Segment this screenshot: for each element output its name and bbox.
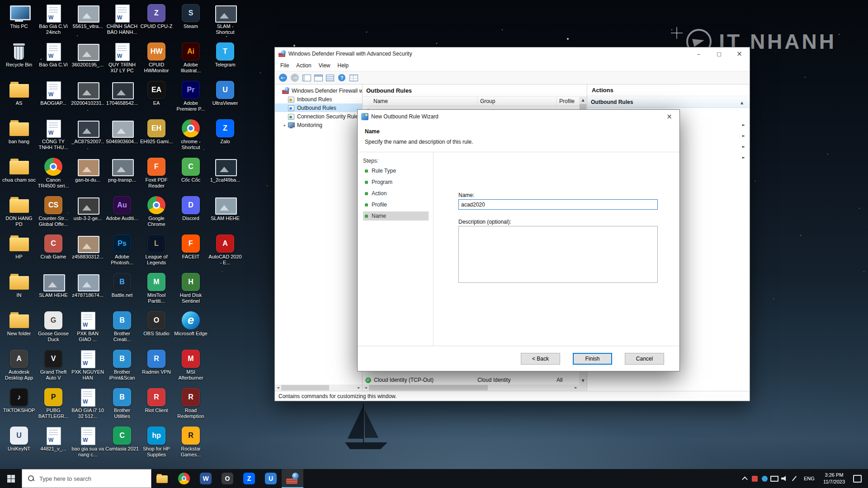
desktop-icon[interactable]: EA EA (139, 80, 174, 118)
desktop-icon[interactable]: SLAM - Shortcut (208, 3, 242, 41)
scroll-down-icon[interactable] (579, 377, 587, 385)
desktop-icon[interactable]: Z Zalo (208, 118, 242, 156)
taskbar-search[interactable]: Type here to search (22, 469, 151, 488)
scroll-thumb[interactable] (281, 385, 329, 390)
file-explorer-icon[interactable] (151, 469, 173, 488)
tree-item[interactable]: Windows Defender Firewall with (275, 86, 362, 95)
desktop-icon[interactable]: hp Shop for HP Supplies (139, 425, 174, 464)
back-icon[interactable] (278, 72, 288, 83)
desktop-icon[interactable]: chua cham soc (2, 156, 36, 195)
tree-item[interactable]: Outbound Rules (275, 103, 362, 112)
desktop-icon[interactable]: U UltraViewer (208, 80, 242, 118)
desktop-icon[interactable]: O OBS Studio (139, 310, 174, 348)
desktop-icon[interactable]: M MSI Afterburner (174, 348, 208, 387)
zalo-icon[interactable]: Z (238, 469, 260, 488)
wizard-step[interactable]: Rule Type (363, 166, 429, 175)
desktop-icon[interactable]: ♪ TIKTOKSHOP (2, 387, 36, 425)
desktop-icon[interactable]: chrome - Shortcut (174, 118, 208, 156)
desktop-icon[interactable]: EH EH925 Gami... (139, 118, 174, 156)
menu-item[interactable]: View (315, 61, 334, 70)
scroll-left-icon[interactable] (363, 385, 369, 391)
desktop-icon[interactable]: B Brother Utilities (105, 387, 139, 425)
collapse-icon[interactable] (738, 99, 746, 105)
desktop-icon[interactable]: ban hang (2, 118, 36, 156)
tree-item[interactable]: Inbound Rules (275, 95, 362, 103)
menu-item[interactable]: File (277, 61, 292, 70)
desktop-icon[interactable]: V Grand Theft Auto V (36, 348, 71, 387)
desktop-icon[interactable]: C Camtasia 2021 (105, 425, 139, 464)
desktop-icon[interactable]: Ai Adobe Illustrat... (174, 41, 208, 80)
action-center-icon[interactable] (849, 469, 865, 488)
table-row[interactable]: Cloud Identity (TCP-Out) Cloud Identity … (363, 375, 579, 385)
desktop-icon[interactable]: W Báo Giá C.Vi 24inch (36, 3, 71, 41)
desktop-icon[interactable]: _AC87S2007... (71, 118, 105, 156)
desktop-icon[interactable]: Recycle Bin (2, 41, 36, 80)
desktop-icon[interactable]: W 44821_v_... (36, 425, 71, 464)
desktop-icon[interactable]: DON HANG PD (2, 195, 36, 233)
firewall-titlebar[interactable]: Windows Defender Firewall with Advanced … (275, 47, 750, 60)
help-icon[interactable] (336, 72, 347, 83)
cancel-button[interactable]: Cancel (625, 353, 664, 365)
desktop-icon[interactable]: Canon TR4500 seri... (36, 156, 71, 195)
menu-item[interactable]: Action (292, 61, 315, 70)
pen-icon[interactable] (789, 469, 799, 488)
desktop-icon[interactable]: A AutoCAD 2020 - E... (208, 233, 242, 272)
desktop-icon[interactable]: R Rockstar Games... (174, 425, 208, 464)
desktop-icon[interactable]: F FACEIT (174, 233, 208, 272)
desktop-icon[interactable]: SLAM HEHE (36, 272, 71, 310)
desktop-icon[interactable]: Google Chrome (139, 195, 174, 233)
desktop-icon[interactable]: usb-3-2-ge... (71, 195, 105, 233)
obs-icon[interactable]: O (217, 469, 238, 488)
scroll-left-icon[interactable] (275, 385, 281, 391)
column-header[interactable]: Group (477, 97, 557, 106)
menu-item[interactable]: Help (334, 61, 353, 70)
desktop-icon[interactable]: C Cốc Cốc (174, 156, 208, 195)
scroll-thumb[interactable] (369, 385, 488, 390)
desktop-icon[interactable]: B Brother iPrint&Scan (105, 348, 139, 387)
export-list-icon[interactable] (325, 72, 335, 83)
wizard-step[interactable]: Action (363, 189, 429, 198)
expander-icon[interactable] (282, 123, 288, 127)
desktop-icon[interactable]: z478718674... (71, 272, 105, 310)
wizard-step[interactable]: Program (363, 178, 429, 187)
console-tree-icon[interactable] (301, 72, 312, 83)
rule-description-textarea[interactable] (458, 226, 658, 283)
tree-horizontal-scrollbar[interactable] (275, 385, 362, 391)
close-icon[interactable] (659, 110, 679, 123)
desktop-icon[interactable]: W BAOGIAP... (36, 80, 71, 118)
desktop-icon[interactable]: SLAM HEHE (208, 195, 242, 233)
desktop-icon[interactable]: Microsoft Edge (174, 310, 208, 348)
wizard-step[interactable]: Profile (363, 200, 429, 209)
tree-item[interactable]: Connection Security Rules (275, 112, 362, 121)
word-icon[interactable]: W (195, 469, 217, 488)
wizard-titlebar[interactable]: New Outbound Rule Wizard (358, 110, 679, 123)
security-icon[interactable] (750, 469, 760, 488)
window-icon[interactable] (313, 72, 324, 83)
desktop-icon[interactable]: M MiniTool Partiti... (139, 272, 174, 310)
actions-subheader[interactable]: Outbound Rules (587, 96, 750, 108)
desktop-icon[interactable]: H Hard Disk Sentinel (174, 272, 208, 310)
desktop-icon[interactable]: U UniKeyNT (2, 425, 36, 464)
desktop-icon[interactable]: 55615_vitra... (71, 3, 105, 41)
chevron-up-icon[interactable] (740, 469, 750, 488)
firewall-icon[interactable] (282, 469, 303, 488)
desktop-icon[interactable]: C Crab Game (36, 233, 71, 272)
desktop-icon[interactable]: W QUY TRÌNH XỬ LÝ PC (105, 41, 139, 80)
desktop-icon[interactable]: HW CPUID HWMonitor (139, 41, 174, 80)
desktop-icon[interactable]: New folder (2, 310, 36, 348)
desktop-icon[interactable]: 1704658542... (105, 80, 139, 118)
desktop-icon[interactable]: W CÔNG TY TNHH THU... (36, 118, 71, 156)
desktop-icon[interactable]: R Road Redemption (174, 387, 208, 425)
table-icon[interactable] (348, 72, 359, 83)
desktop-icon[interactable]: F Foxit PDF Reader (139, 156, 174, 195)
desktop-icon[interactable]: 5046903604... (105, 118, 139, 156)
desktop-icon[interactable]: T Telegram (208, 41, 242, 80)
language-indicator[interactable]: ENG (799, 476, 819, 481)
desktop-icon[interactable]: W bao gia sua va nang c... (71, 425, 105, 464)
desktop-icon[interactable]: B Battle.net (105, 272, 139, 310)
close-button[interactable] (729, 47, 750, 60)
desktop-icon[interactable]: Z CPUID CPU-Z (139, 3, 174, 41)
desktop-icon[interactable]: 20200410231... (71, 80, 105, 118)
desktop-icon[interactable]: HP (2, 233, 36, 272)
column-header[interactable]: Profile (557, 97, 579, 106)
